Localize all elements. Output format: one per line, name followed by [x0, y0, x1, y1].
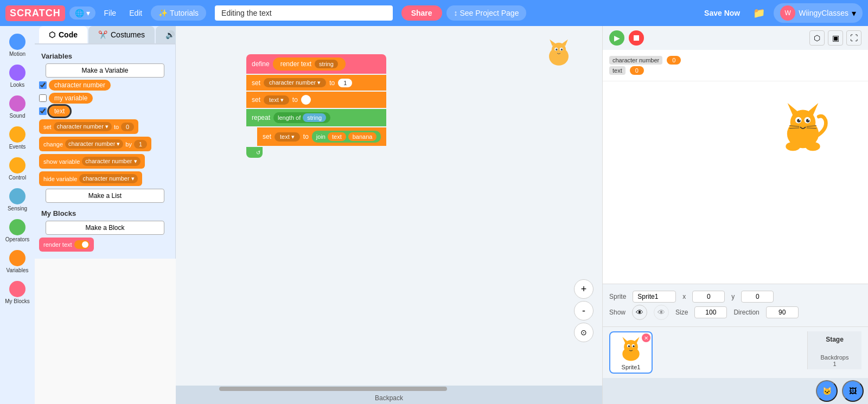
set-text-join-canvas-block[interactable]: set text ▾ to join text banana: [257, 127, 386, 146]
y-input[interactable]: [741, 291, 774, 303]
hide-var-label: hide variable: [43, 176, 77, 182]
set-var-dropdown[interactable]: character number ▾: [54, 122, 112, 131]
stage-normal-button[interactable]: ▣: [828, 30, 843, 46]
user-area[interactable]: W WiingyClasses ▾: [774, 3, 863, 23]
direction-input[interactable]: [766, 306, 799, 318]
char-num-monitor: character number 0: [609, 56, 861, 65]
scratch-logo[interactable]: SCRATCH: [5, 5, 65, 21]
horizontal-scrollbar[interactable]: [176, 386, 602, 392]
set-text-canvas-block[interactable]: set text ▾ to: [246, 92, 386, 108]
join-pill[interactable]: join text banana: [312, 131, 381, 143]
char-num-checkbox[interactable]: [39, 81, 47, 89]
green-flag-button[interactable]: ▶: [609, 30, 624, 46]
sidebar-item-events[interactable]: Events: [1, 123, 34, 153]
sidebar-item-motion[interactable]: Motion: [1, 30, 34, 60]
add-sprite-button[interactable]: 🐱: [816, 380, 838, 402]
stage-fullscreen-button[interactable]: ⛶: [846, 30, 861, 46]
repeat-block-canvas[interactable]: repeat length of string: [246, 109, 386, 126]
stage-icons: ⬡ ▣ ⛶: [809, 30, 861, 46]
file-menu[interactable]: File: [100, 7, 121, 20]
tabs-bar: ⬡ Code ✂️ Costumes 🔊 Sounds: [35, 26, 176, 44]
set-charnum-block[interactable]: set character number ▾ to 0: [39, 119, 138, 134]
hide-var-dropdown[interactable]: character number ▾: [79, 174, 137, 183]
make-variable-button[interactable]: Make a Variable: [46, 63, 164, 78]
set1-val[interactable]: 1: [338, 79, 352, 87]
motion-icon: [9, 34, 25, 50]
by-label: by: [125, 141, 132, 148]
var-row-myvar: my variable: [39, 93, 171, 104]
sprite-name-input[interactable]: [633, 291, 676, 303]
sounds-icon: 🔊: [165, 30, 175, 39]
tutorials-button[interactable]: ✨ Tutorials: [151, 5, 206, 21]
stage-small-button[interactable]: ⬡: [809, 30, 825, 46]
make-block-button[interactable]: Make a Block: [46, 221, 164, 235]
sidebar-item-looks[interactable]: Looks: [1, 61, 34, 91]
size-input[interactable]: [694, 306, 727, 318]
stage-header: ▶ ⬡ ▣ ⛶: [603, 26, 868, 50]
sidebar-item-myblocks[interactable]: My Blocks: [1, 278, 34, 307]
change-val-input[interactable]: 1: [134, 140, 147, 149]
show-eye-button[interactable]: 👁: [632, 305, 647, 320]
show-variable-block[interactable]: show variable character number ▾: [39, 154, 145, 169]
hide-eye-button[interactable]: 👁: [654, 305, 669, 320]
backpack-bar[interactable]: Backpack: [176, 392, 602, 404]
svg-rect-8: [634, 35, 639, 41]
stop-button[interactable]: [629, 30, 644, 46]
charnum-dropdown-canvas[interactable]: character number ▾: [264, 78, 326, 87]
define-block[interactable]: define render text string: [246, 54, 386, 74]
set-charnum-canvas-block[interactable]: set character number ▾ to 1: [246, 75, 386, 91]
text-dropdown2-canvas[interactable]: text ▾: [275, 132, 300, 142]
text-pill[interactable]: text: [49, 106, 70, 117]
see-project-button[interactable]: ↕ See Project Page: [446, 5, 527, 21]
sidebar-item-sensing[interactable]: Sensing: [1, 185, 34, 215]
svg-point-7: [561, 49, 563, 51]
change-charnum-block[interactable]: change character number ▾ by 1: [39, 137, 151, 151]
tab-costumes[interactable]: ✂️ Costumes: [88, 26, 155, 43]
render-text-toggle[interactable]: [74, 240, 90, 249]
define-render-text[interactable]: render text string: [273, 57, 346, 70]
sprite-delete-button[interactable]: ✕: [642, 334, 650, 342]
change-var-dropdown[interactable]: character number ▾: [65, 139, 123, 149]
sidebar-item-sound[interactable]: Sound: [1, 92, 34, 122]
length-of-pill[interactable]: length of string: [273, 112, 330, 123]
share-button[interactable]: Share: [401, 5, 442, 21]
globe-button[interactable]: 🌐 ▾: [69, 7, 95, 20]
zoom-out-button[interactable]: -: [574, 301, 593, 320]
add-backdrop-button[interactable]: 🖼: [842, 380, 864, 402]
sidebar-item-operators[interactable]: Operators: [1, 216, 34, 246]
hide-variable-block[interactable]: hide variable character number ▾: [39, 171, 142, 186]
sprite1-card[interactable]: ✕ Sprite1: [609, 331, 653, 374]
sidebar-item-variables[interactable]: Variables: [1, 247, 34, 277]
events-icon: [9, 126, 25, 143]
myblocks-label: My Blocks: [5, 298, 30, 304]
set-val-input[interactable]: 0: [121, 123, 134, 131]
make-list-button[interactable]: Make a List: [46, 189, 164, 203]
edit-menu[interactable]: Edit: [125, 7, 146, 20]
tab-code[interactable]: ⬡ Code: [39, 26, 87, 43]
sprite-list: ✕ Sprite1: [609, 331, 803, 374]
x-input[interactable]: [692, 291, 725, 303]
show-var-dropdown[interactable]: character number ▾: [82, 157, 140, 166]
show-label: Show: [609, 309, 626, 316]
direction-label: Direction: [733, 309, 759, 316]
sidebar-item-control[interactable]: Control: [1, 154, 34, 184]
canvas-wrapper[interactable]: define render text string set character …: [176, 26, 602, 386]
my-var-pill[interactable]: my variable: [49, 93, 93, 104]
stage-label: Stage: [808, 331, 861, 348]
text-checkbox[interactable]: [39, 107, 47, 115]
save-now-button[interactable]: Save Now: [700, 7, 744, 20]
set-block-row: set character number ▾ to 0: [39, 119, 171, 134]
project-title-input[interactable]: [215, 5, 393, 21]
my-var-checkbox[interactable]: [39, 94, 47, 102]
render-text-block[interactable]: render text: [39, 238, 94, 252]
toggle-knob: [82, 241, 88, 248]
text-dropdown-canvas[interactable]: text ▾: [264, 95, 289, 105]
scroll-thumb[interactable]: [219, 387, 447, 391]
char-num-pill[interactable]: character number: [49, 80, 111, 91]
folder-button[interactable]: 📁: [749, 5, 769, 21]
end-arrow: ↺: [256, 150, 260, 156]
zoom-in-button[interactable]: +: [574, 279, 593, 299]
sprite-label: Sprite: [609, 293, 626, 300]
zoom-fit-button[interactable]: ⊙: [574, 323, 593, 342]
sound-label: Sound: [10, 113, 25, 119]
